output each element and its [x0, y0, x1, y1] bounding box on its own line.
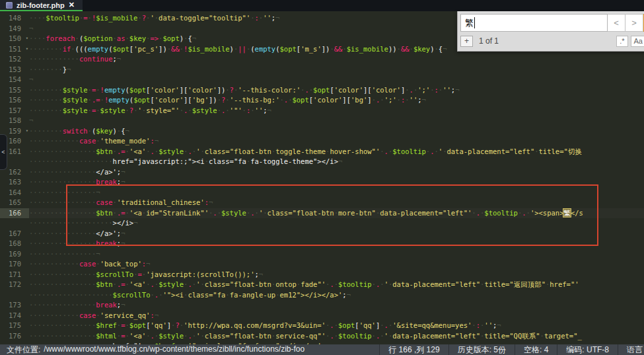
- code-row[interactable]: 170············case·'back_top':¬: [0, 259, 644, 270]
- code-row[interactable]: 165················case·'traditional_chi…: [0, 198, 644, 208]
- code-row[interactable]: 171················$scrollTo·=·'javascri…: [0, 270, 644, 280]
- code-row[interactable]: 168················break;¬: [0, 239, 644, 249]
- code-text: ················$btn·.=·'<a'·.·$style·.·…: [29, 280, 644, 290]
- line-number[interactable]: 167: [0, 229, 29, 239]
- line-number[interactable]: 172: [0, 280, 29, 290]
- line-number[interactable]: 149: [0, 24, 29, 34]
- regex-toggle-button[interactable]: .*: [616, 36, 627, 47]
- line-number[interactable]: 173: [0, 300, 29, 311]
- line-number[interactable]: 169: [0, 249, 29, 260]
- line-number[interactable]: 166: [0, 208, 29, 219]
- code-editor[interactable]: 148····$tooltip·=·!$is_mobile·?·'·data-t…: [0, 11, 644, 344]
- line-number[interactable]: 150▾: [0, 34, 29, 44]
- line-number[interactable]: 153: [0, 65, 29, 75]
- tab-bar: zib-footer.php ✕: [0, 0, 644, 11]
- search-input-wrap: [460, 14, 608, 32]
- code-text: ········$style·=·!empty($opt['color']['c…: [29, 85, 644, 96]
- editor-window: zib-footer.php ✕ 148····$tooltip·=·!$is_…: [0, 0, 644, 355]
- code-text: ········switch·($key)·{¬: [29, 126, 644, 137]
- code-text: ················</a>';¬: [29, 167, 644, 178]
- code-row[interactable]: 163················break;¬: [0, 177, 644, 188]
- line-number[interactable]: 156: [0, 95, 29, 106]
- line-number[interactable]: 176: [0, 331, 29, 342]
- code-row[interactable]: 169················¬: [0, 249, 644, 260]
- code-row[interactable]: 158¬: [0, 116, 644, 126]
- find-prev-button[interactable]: <: [608, 14, 626, 32]
- code-text: ····················href="javascript:;">…: [29, 157, 644, 167]
- line-number[interactable]: 154: [0, 75, 29, 85]
- code-text: ················$scrollTo·=·'javascript:…: [29, 270, 644, 280]
- code-text: ····················$scrollTo·.·'"><i·cl…: [29, 290, 644, 301]
- code-row[interactable]: 155········$style·=·!empty($opt['color']…: [0, 85, 644, 96]
- indent-spaces[interactable]: 空格: 4: [515, 344, 557, 355]
- history-versions[interactable]: 历史版本: 5份: [448, 344, 515, 355]
- file-path: /www/wwwroot/www.tfblog.cn/wp-content/th…: [44, 344, 304, 355]
- fold-arrow-icon[interactable]: ▾: [26, 126, 28, 137]
- line-number[interactable]: 152: [0, 54, 29, 65]
- line-number[interactable]: 168: [0, 239, 29, 249]
- code-row[interactable]: 159▾········switch·($key)·{¬: [0, 126, 644, 137]
- fold-arrow-icon[interactable]: ▾: [26, 34, 28, 44]
- code-row[interactable]: 166················$btn·.=·'<a·id="Stran…: [0, 208, 644, 219]
- encoding[interactable]: 编码: UTF-8: [557, 344, 618, 355]
- code-row[interactable]: 161················$btn·.=·'<a'·.·$style…: [0, 147, 644, 157]
- code-row[interactable]: 173················break;¬: [0, 300, 644, 311]
- php-file-icon: [6, 2, 13, 9]
- line-number[interactable]: 158: [0, 116, 29, 126]
- line-number[interactable]: [0, 218, 29, 229]
- line-number[interactable]: 157: [0, 106, 29, 116]
- code-row[interactable]: 153········}¬: [0, 65, 644, 75]
- code-row[interactable]: 176················$html·=·'<a'·.·$style…: [0, 331, 644, 342]
- replace-toggle-button[interactable]: +: [460, 36, 473, 47]
- code-row[interactable]: 167················</a>';¬: [0, 229, 644, 239]
- line-number[interactable]: 175: [0, 321, 29, 331]
- code-row[interactable]: 160············case·'theme_mode':¬: [0, 136, 644, 147]
- code-text: ········$style·=·$style·?·'·style="'·.·$…: [29, 106, 644, 116]
- line-number[interactable]: 174: [0, 311, 29, 321]
- line-number[interactable]: 164: [0, 188, 29, 198]
- code-row[interactable]: ····················$scrollTo·.·'"><i·cl…: [0, 290, 644, 301]
- code-row[interactable]: 162················</a>';¬: [0, 167, 644, 178]
- code-row[interactable]: 175················$href·=·$opt['qq']·?·…: [0, 321, 644, 331]
- language[interactable]: 语言: [618, 344, 644, 355]
- search-row: < >: [460, 14, 644, 32]
- find-next-button[interactable]: >: [626, 14, 643, 32]
- tab-zib-footer[interactable]: zib-footer.php ✕: [0, 0, 83, 11]
- line-number[interactable]: 148: [0, 13, 29, 24]
- code-row[interactable]: ····················href="javascript:;">…: [0, 157, 644, 167]
- code-row[interactable]: 154¬: [0, 75, 644, 85]
- fold-arrow-icon[interactable]: ▾: [26, 44, 28, 55]
- line-number[interactable]: 170: [0, 259, 29, 270]
- line-number[interactable]: 151▾: [0, 44, 29, 55]
- line-number[interactable]: 163: [0, 177, 29, 188]
- code-row[interactable]: 164················¬: [0, 188, 644, 198]
- tab-close-icon[interactable]: ✕: [69, 1, 75, 9]
- code-row[interactable]: 157········$style·=·$style·?·'·style="'·…: [0, 106, 644, 116]
- case-sensitive-toggle-button[interactable]: Aa: [631, 36, 644, 47]
- code-text: ················¬: [29, 249, 644, 260]
- code-row[interactable]: 174············case·'service_qq':¬: [0, 311, 644, 321]
- status-bar: 文件位置: /www/wwwroot/www.tfblog.cn/wp-cont…: [0, 344, 644, 355]
- code-text: ················break;¬: [29, 300, 644, 311]
- code-text: ············continue;¬: [29, 54, 644, 65]
- line-number[interactable]: 155: [0, 85, 29, 96]
- line-number[interactable]: [0, 290, 29, 301]
- search-panel: < > + 1 of 1 .* Aa: [457, 11, 644, 52]
- status-items: 行 166 ,列 129 历史版本: 5份 空格: 4 编码: UTF-8 语言: [379, 344, 644, 355]
- file-location-label: 文件位置:: [7, 344, 40, 355]
- code-row[interactable]: 172················$btn·.=·'<a'·.·$style…: [0, 280, 644, 290]
- code-text: ················break;¬: [29, 177, 644, 188]
- code-row[interactable]: 152············continue;¬: [0, 54, 644, 65]
- code-text: ················$html·=·'<a'·.·$style·.·…: [29, 331, 644, 342]
- code-text: ············case·'back_top':¬: [29, 259, 644, 270]
- line-number[interactable]: 165: [0, 198, 29, 208]
- sidebar-collapse-handle[interactable]: <: [0, 134, 7, 170]
- search-input[interactable]: [460, 14, 608, 32]
- line-number[interactable]: 171: [0, 270, 29, 280]
- code-text: ················break;¬: [29, 239, 644, 249]
- code-row[interactable]: ····················></i>¬: [0, 218, 644, 229]
- search-options-row: + 1 of 1 .* Aa: [460, 34, 644, 48]
- code-text: ················case·'traditional_chines…: [29, 198, 644, 208]
- code-row[interactable]: 156········$style·.=·!empty($opt['color'…: [0, 95, 644, 106]
- code-text: ················¬: [29, 188, 644, 198]
